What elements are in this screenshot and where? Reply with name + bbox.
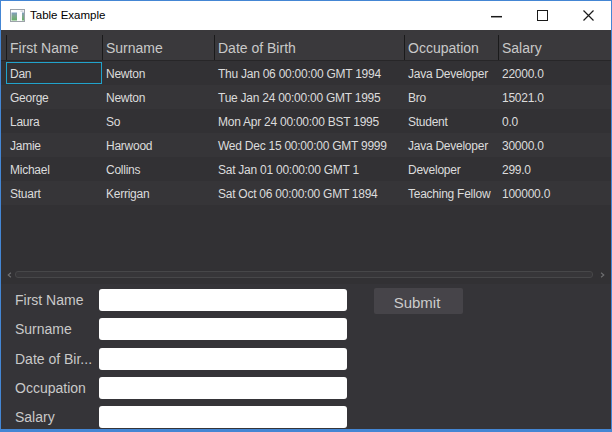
table-cell[interactable]: 22000.0 xyxy=(498,63,593,85)
close-button[interactable] xyxy=(565,1,611,30)
caption-buttons xyxy=(473,1,611,30)
right-arrow-icon xyxy=(600,272,605,278)
table-row[interactable]: DanNewtonThu Jan 06 00:00:00 GMT 1994Jav… xyxy=(1,61,611,85)
app-icon xyxy=(10,9,25,22)
table-cell[interactable]: Mon Apr 24 00:00:00 BST 1995 xyxy=(214,111,404,133)
entry-form: Submit First NameSurnameDate of Bir...Oc… xyxy=(1,284,611,430)
table-cell[interactable]: Dan xyxy=(6,63,102,85)
form-row: Date of Bir... xyxy=(1,348,611,370)
column-separator[interactable] xyxy=(404,35,405,60)
left-arrow-icon xyxy=(7,272,12,278)
minimize-button[interactable] xyxy=(473,1,519,30)
table-row[interactable]: GeorgeNewtonTue Jan 24 00:00:00 GMT 1995… xyxy=(1,85,611,109)
table-header: First NameSurnameDate of BirthOccupation… xyxy=(1,30,611,61)
form-row: Occupation xyxy=(1,377,611,399)
table-cell[interactable]: Stuart xyxy=(6,183,102,205)
column-header-occupation[interactable]: Occupation xyxy=(404,35,498,61)
table-cell[interactable]: Java Developer xyxy=(404,135,498,157)
column-separator[interactable] xyxy=(498,35,499,60)
table-cell[interactable]: 100000.0 xyxy=(498,183,593,205)
maximize-icon xyxy=(537,10,548,21)
table-cell[interactable]: Laura xyxy=(6,111,102,133)
close-icon xyxy=(583,10,594,21)
column-header-first-name[interactable]: First Name xyxy=(6,35,102,61)
table-cell[interactable]: Wed Dec 15 00:00:00 GMT 9999 xyxy=(214,135,404,157)
column-separator[interactable] xyxy=(6,35,7,60)
table-cell[interactable]: Kerrigan xyxy=(102,183,214,205)
field-input-first-name[interactable] xyxy=(99,289,347,311)
table-cell[interactable]: 30000.0 xyxy=(498,135,593,157)
table-cell[interactable]: Harwood xyxy=(102,135,214,157)
column-header-date-of-birth[interactable]: Date of Birth xyxy=(214,35,404,61)
table-cell[interactable]: Thu Jan 06 00:00:00 GMT 1994 xyxy=(214,63,404,85)
table-cell[interactable]: George xyxy=(6,87,102,109)
table-row[interactable]: JamieHarwoodWed Dec 15 00:00:00 GMT 9999… xyxy=(1,133,611,157)
table-cell[interactable]: Student xyxy=(404,111,498,133)
field-label-first-name: First Name xyxy=(15,289,99,311)
form-row: Salary xyxy=(1,406,611,428)
column-header-salary[interactable]: Salary xyxy=(498,35,593,61)
minimize-icon xyxy=(491,10,502,21)
field-input-salary[interactable] xyxy=(99,406,347,428)
table-cell[interactable]: Developer xyxy=(404,159,498,181)
table-cell[interactable]: Teaching Fellow xyxy=(404,183,498,205)
table-row[interactable]: LauraSoMon Apr 24 00:00:00 BST 1995Stude… xyxy=(1,109,611,133)
scroll-left-button[interactable] xyxy=(3,269,15,280)
form-row: Surname xyxy=(1,318,611,340)
scrollbar-thumb[interactable] xyxy=(15,271,593,278)
table-cell[interactable]: So xyxy=(102,111,214,133)
column-separator[interactable] xyxy=(214,35,215,60)
field-label-surname: Surname xyxy=(15,318,99,340)
table-cell[interactable]: Newton xyxy=(102,63,214,85)
field-label-salary: Salary xyxy=(15,406,99,428)
field-label-occupation: Occupation xyxy=(15,377,99,399)
maximize-button[interactable] xyxy=(519,1,565,30)
table-cell[interactable]: Collins xyxy=(102,159,214,181)
field-label-date-of-bir-: Date of Bir... xyxy=(15,348,99,370)
table-cell[interactable]: Newton xyxy=(102,87,214,109)
field-input-occupation[interactable] xyxy=(99,377,347,399)
table-cell[interactable]: Jamie xyxy=(6,135,102,157)
table-row[interactable]: MichaelCollinsSat Jan 01 00:00:00 GMT 1D… xyxy=(1,157,611,181)
table-cell[interactable]: Bro xyxy=(404,87,498,109)
table-cell[interactable]: Java Developer xyxy=(404,63,498,85)
table-cell[interactable]: Sat Jan 01 00:00:00 GMT 1 xyxy=(214,159,404,181)
titlebar[interactable]: Table Example xyxy=(1,1,611,30)
column-separator[interactable] xyxy=(102,35,103,60)
table-view: First NameSurnameDate of BirthOccupation… xyxy=(1,30,611,284)
table-cell[interactable]: Tue Jan 24 00:00:00 GMT 1995 xyxy=(214,87,404,109)
table-cell[interactable]: Michael xyxy=(6,159,102,181)
table-cell[interactable]: 299.0 xyxy=(498,159,593,181)
table-cell[interactable]: Sat Oct 06 00:00:00 GMT 1894 xyxy=(214,183,404,205)
app-window: Table Example First NameSurnameDate of B… xyxy=(0,0,612,432)
horizontal-scrollbar[interactable] xyxy=(1,266,611,282)
scroll-right-button[interactable] xyxy=(596,269,608,280)
column-header-surname[interactable]: Surname xyxy=(102,35,214,61)
form-row: First Name xyxy=(1,289,611,311)
table-cell[interactable]: 15021.0 xyxy=(498,87,593,109)
table-row[interactable]: StuartKerriganSat Oct 06 00:00:00 GMT 18… xyxy=(1,181,611,205)
field-input-surname[interactable] xyxy=(99,318,347,340)
field-input-date-of-bir-[interactable] xyxy=(99,348,347,370)
table-cell[interactable]: 0.0 xyxy=(498,111,593,133)
window-title: Table Example xyxy=(30,1,105,30)
